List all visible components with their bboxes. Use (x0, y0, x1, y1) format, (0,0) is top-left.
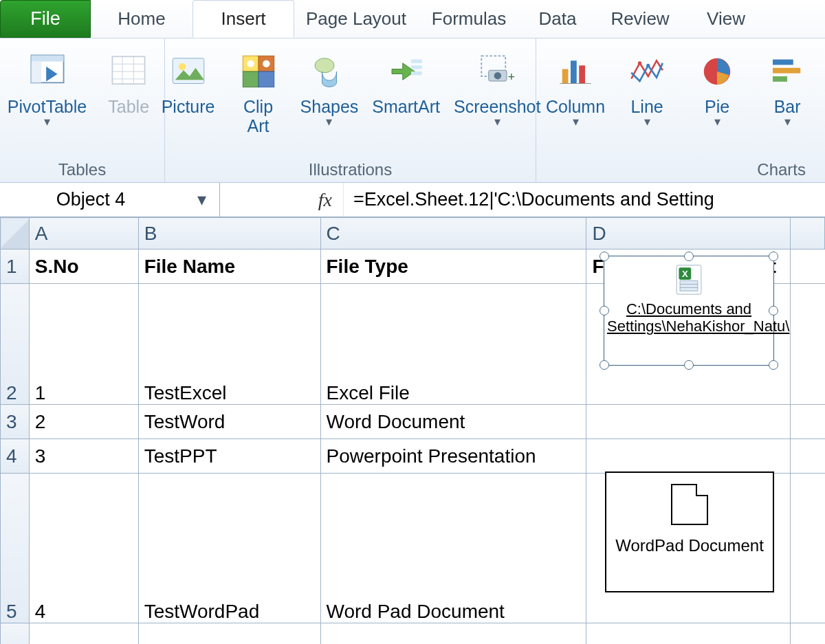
dropdown-icon: ▾ (494, 117, 500, 126)
file-tab[interactable]: File (0, 0, 91, 38)
svg-rect-4 (113, 56, 145, 84)
ribbon-group-illustrations: Picture Clip Art Shapes ▾ SmartArt (165, 38, 536, 182)
col-header-e[interactable] (791, 218, 825, 249)
worksheet[interactable]: A B C D 1 S.No File Name File Type File … (0, 217, 825, 644)
cell[interactable] (791, 474, 825, 623)
cell[interactable]: Word Document (320, 405, 586, 439)
tab-home[interactable]: Home (91, 0, 192, 38)
row-header[interactable]: 1 (1, 249, 30, 284)
svg-rect-26 (562, 69, 569, 84)
cell[interactable] (791, 439, 825, 474)
clipart-icon (236, 49, 280, 93)
svg-rect-35 (773, 76, 787, 82)
cell[interactable]: Excel File (320, 284, 586, 405)
bar-chart-button[interactable]: Bar ▾ (756, 44, 818, 126)
smartart-button[interactable]: SmartArt (369, 44, 443, 117)
col-header-a[interactable]: A (29, 218, 138, 249)
cell[interactable]: 1 (29, 284, 138, 405)
cell[interactable] (791, 249, 825, 284)
svg-point-24 (494, 72, 502, 80)
cell[interactable] (791, 405, 825, 439)
pivottable-label: PivotTable (8, 98, 87, 117)
cell[interactable] (29, 623, 138, 645)
shapes-button[interactable]: Shapes ▾ (298, 44, 362, 126)
cell[interactable]: S.No (29, 249, 138, 284)
row-header[interactable]: 5 (1, 474, 30, 623)
line-chart-icon (625, 49, 669, 93)
svg-rect-20 (411, 65, 422, 69)
cell[interactable]: 2 (29, 405, 138, 439)
table-icon (107, 49, 151, 93)
shapes-icon (307, 49, 351, 93)
cell[interactable]: 4 (29, 474, 138, 623)
pivottable-button[interactable]: PivotTable ▾ (5, 44, 89, 126)
picture-label: Picture (162, 98, 215, 117)
row-header[interactable]: 4 (1, 439, 30, 474)
dropdown-icon: ▾ (573, 117, 579, 126)
cell[interactable] (586, 623, 791, 645)
table-button[interactable]: Table (98, 44, 160, 117)
shapes-label: Shapes (300, 98, 359, 117)
ribbon: PivotTable ▾ Table Tables Picture (0, 38, 825, 183)
cell[interactable]: TestWordPad (138, 474, 320, 623)
row-header[interactable] (1, 623, 30, 645)
dropdown-icon[interactable]: ▾ (197, 189, 211, 210)
cell[interactable] (138, 623, 320, 645)
cell[interactable]: TestExcel (138, 284, 320, 405)
dropdown-icon: ▾ (714, 117, 720, 126)
svg-rect-33 (773, 60, 793, 65)
tab-data[interactable]: Data (520, 0, 595, 38)
name-box-input[interactable] (8, 189, 173, 210)
svg-rect-27 (571, 60, 577, 83)
picture-button[interactable]: Picture (157, 44, 219, 117)
cell[interactable]: TestWord (138, 405, 320, 439)
table-label: Table (108, 98, 149, 117)
column-chart-button[interactable]: Column ▾ (543, 44, 608, 126)
col-header-c[interactable]: C (320, 218, 586, 249)
tab-bar: File Home Insert Page Layout Formulas Da… (0, 0, 825, 38)
tab-insert[interactable]: Insert (192, 0, 294, 38)
cell[interactable]: File Type (320, 249, 586, 284)
cell[interactable]: Powerpoint Presentation (320, 439, 586, 474)
cell[interactable] (791, 284, 825, 405)
svg-point-31 (646, 64, 650, 67)
tab-review[interactable]: Review (595, 0, 685, 38)
cell[interactable] (320, 623, 586, 645)
cell[interactable]: 3 (29, 439, 138, 474)
ribbon-group-charts: Column ▾ Line ▾ Pie ▾ B (536, 38, 825, 182)
row-header[interactable]: 3 (1, 405, 30, 439)
row-header[interactable]: 2 (1, 284, 30, 405)
cell[interactable]: File Name (138, 249, 320, 284)
pivottable-icon (25, 49, 69, 93)
column-chart-icon (553, 49, 597, 93)
formula-bar: ▾ fx (0, 183, 825, 217)
cell[interactable]: Word Pad Document (320, 474, 586, 623)
picture-icon (166, 49, 210, 93)
dropdown-icon: ▾ (326, 117, 332, 126)
screenshot-button[interactable]: + Screenshot ▾ (451, 44, 543, 126)
tab-formulas[interactable]: Formulas (418, 0, 520, 38)
embedded-object-excel[interactable]: X C:\Documents and Settings\NehaKishor_N… (604, 256, 774, 366)
cell[interactable]: TestPPT (138, 439, 320, 474)
cell[interactable] (791, 623, 825, 645)
svg-point-18 (315, 58, 334, 73)
line-chart-button[interactable]: Line ▾ (616, 44, 678, 126)
name-box[interactable]: ▾ (0, 183, 220, 216)
tab-view[interactable]: View (685, 0, 767, 38)
cell[interactable] (586, 405, 791, 439)
col-header-b[interactable]: B (138, 218, 320, 249)
pie-chart-button[interactable]: Pie ▾ (686, 44, 748, 126)
col-header-d[interactable]: D (586, 218, 791, 249)
embedded-object-caption: C:\Documents and Settings\NehaKishor_Nat… (604, 300, 773, 338)
dropdown-icon: ▾ (784, 117, 791, 126)
cell[interactable] (586, 439, 791, 474)
fx-label[interactable]: fx (220, 183, 344, 216)
svg-rect-34 (773, 68, 800, 74)
clipart-button[interactable]: Clip Art (228, 44, 289, 135)
bar-chart-icon (765, 49, 809, 93)
dropdown-icon: ▾ (44, 117, 50, 126)
select-all-corner[interactable] (1, 218, 30, 249)
formula-input[interactable] (344, 183, 825, 216)
tab-page-layout[interactable]: Page Layout (294, 0, 418, 38)
embedded-object-wordpad[interactable]: WordPad Document (605, 471, 774, 592)
